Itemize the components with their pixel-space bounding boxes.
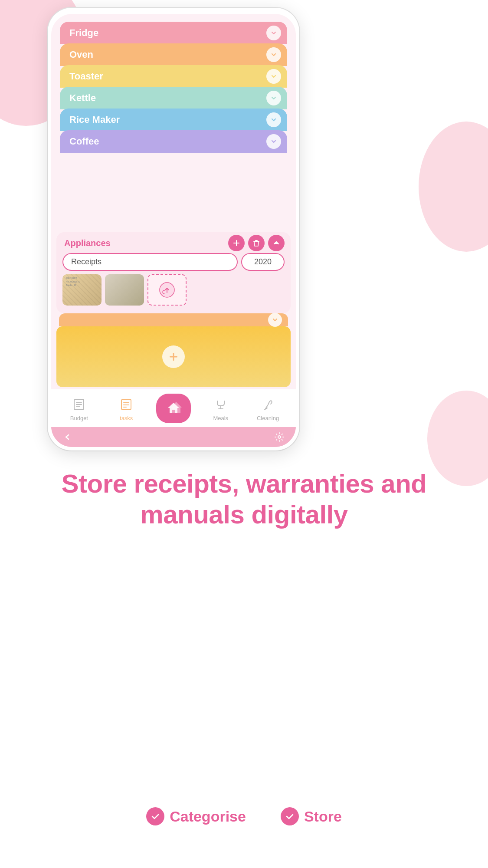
back-icon[interactable] [62,431,74,443]
svg-point-19 [278,436,281,438]
meals-icon [211,395,230,414]
nav-item-home[interactable] [156,394,191,423]
nav-item-meals[interactable]: Meals [203,395,238,421]
feature-categorise: Categorise [146,807,246,825]
photo-thumb-1[interactable]: RECEIPTno. 0001677Table: 11 [62,274,102,306]
action-buttons [228,235,285,251]
bottom-bar [51,427,296,447]
check-circle-store [281,807,299,825]
bottom-nav: Budget tasks [51,389,296,427]
chevron-oven[interactable] [266,47,281,62]
appliances-section: Appliances [56,232,291,313]
category-item-ricemaker[interactable]: Rice Maker [60,108,287,131]
delete-button[interactable] [248,235,265,251]
category-label-toaster: Toaster [60,71,266,82]
main-heading: Store receipts, warranties and manuals d… [26,469,462,530]
background-blob-mid-right [419,122,488,252]
appliances-title: Appliances [64,238,111,248]
check-circle-categorise [146,807,164,825]
folder-area [56,313,291,387]
category-label-fridge: Fridge [60,27,266,39]
folder-chevron[interactable] [268,313,282,327]
main-text-section: Store receipts, warranties and manuals d… [0,469,488,530]
nav-label-cleaning: Cleaning [257,415,279,421]
up-button[interactable] [268,235,285,251]
settings-icon[interactable] [273,431,285,443]
nav-label-budget: Budget [70,415,88,421]
category-label-kettle: Kettle [60,92,266,104]
svg-rect-7 [170,356,177,358]
add-button[interactable] [228,235,245,251]
category-item-oven[interactable]: Oven [60,43,287,66]
category-item-fridge[interactable]: Fridge [60,22,287,44]
chevron-ricemaker[interactable] [266,112,281,127]
category-list: Fridge Oven Toaster Kettle [51,14,296,232]
phone-screen: Fridge Oven Toaster Kettle [51,14,296,447]
folder-tab[interactable] [59,313,288,326]
appliances-header: Appliances [61,232,286,253]
category-item-toaster[interactable]: Toaster [60,65,287,88]
home-icon [163,398,184,419]
chevron-fridge[interactable] [266,26,281,40]
tasks-icon [117,395,136,414]
nav-item-cleaning[interactable]: Cleaning [251,395,285,421]
feature-store: Store [281,807,342,825]
cleaning-icon [259,395,278,414]
category-item-coffee[interactable]: Coffee [60,130,287,153]
upload-button[interactable] [147,274,187,306]
chevron-coffee[interactable] [266,134,281,149]
chevron-kettle[interactable] [266,91,281,105]
folder-body[interactable] [56,326,291,387]
nav-item-tasks[interactable]: tasks [109,395,144,421]
category-item-kettle[interactable]: Kettle [60,87,287,109]
feature-label-store: Store [304,808,342,825]
home-active-bg [156,394,191,423]
chevron-toaster[interactable] [266,69,281,84]
year-input[interactable] [241,253,285,271]
svg-rect-3 [255,240,258,241]
folder-add-circle[interactable] [162,345,185,368]
receipts-row [61,253,286,271]
feature-label-categorise: Categorise [170,808,246,825]
category-label-ricemaker: Rice Maker [60,114,266,125]
nav-label-meals: Meals [213,415,228,421]
receipts-input[interactable] [62,253,238,271]
category-label-oven: Oven [60,49,266,60]
photos-row: RECEIPTno. 0001677Table: 11 [61,274,286,306]
nav-label-tasks: tasks [120,415,133,421]
phone-frame: Fridge Oven Toaster Kettle [48,8,299,450]
svg-rect-1 [233,243,239,243]
category-label-coffee: Coffee [60,136,266,147]
photo-thumb-2[interactable] [105,274,144,306]
features-row: Categorise Store [0,807,488,825]
nav-item-budget[interactable]: Budget [62,395,96,421]
budget-icon [69,395,88,414]
